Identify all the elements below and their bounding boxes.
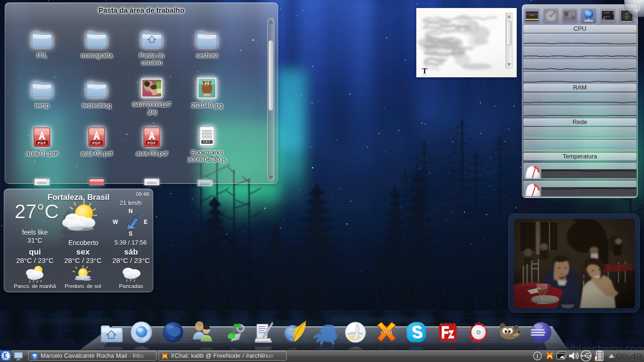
svg-text:PDF: PDF xyxy=(92,141,101,145)
svg-text:SYSTEM: SYSTEM xyxy=(603,12,609,14)
svg-text:MEMORY: MEMORY xyxy=(603,16,610,18)
svg-text:PDF: PDF xyxy=(38,141,46,145)
svg-text:PDF: PDF xyxy=(148,141,156,145)
svg-text:chat: chat xyxy=(547,354,552,357)
svg-text:CW: CW xyxy=(625,13,629,15)
svg-text:0: 0 xyxy=(612,12,614,15)
svg-text:HDD: HDD xyxy=(530,14,534,16)
svg-text:chat: chat xyxy=(163,355,167,357)
svg-text:i: i xyxy=(537,353,538,360)
svg-text:TXT: TXT xyxy=(203,140,211,143)
svg-text:WAIT: WAIT xyxy=(625,17,628,19)
